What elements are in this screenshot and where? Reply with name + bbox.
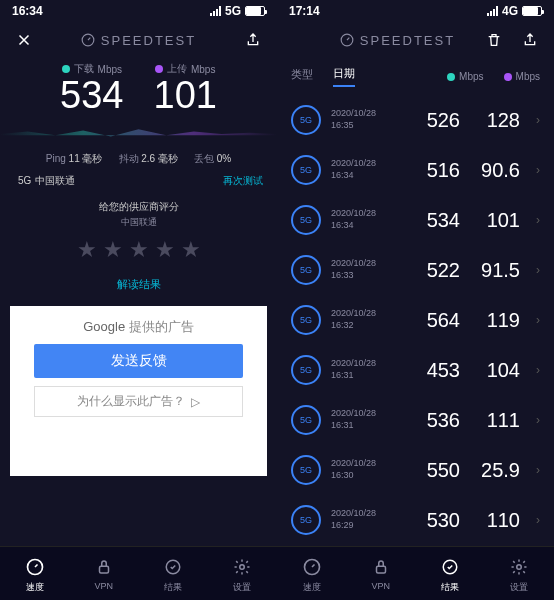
upload-col-header: Mbps <box>504 71 540 82</box>
history-upload: 110 <box>470 509 520 532</box>
network-badge: 5G <box>291 255 321 285</box>
ad-container: Google 提供的广告 发送反馈 为什么显示此广告？▷ <box>10 306 267 476</box>
gauge-icon <box>340 33 354 47</box>
download-unit: Mbps <box>98 64 122 75</box>
gear-icon <box>509 557 529 577</box>
loss-value: 0% <box>217 153 231 164</box>
nav-vpn[interactable]: VPN <box>94 557 114 594</box>
signal-icon <box>487 6 498 16</box>
nav-speed[interactable]: 速度 <box>302 557 322 594</box>
network-badge: 5G <box>291 105 321 135</box>
nav-vpn[interactable]: VPN <box>371 557 391 594</box>
status-right: 4G <box>487 4 542 18</box>
star-icon[interactable]: ★ <box>103 237 123 263</box>
download-col-header: Mbps <box>447 71 483 82</box>
star-icon[interactable]: ★ <box>129 237 149 263</box>
nav-results[interactable]: 结果 <box>163 557 183 594</box>
history-row[interactable]: 5G2020/10/2816:29530110› <box>283 495 548 545</box>
history-upload: 101 <box>470 209 520 232</box>
star-icon[interactable]: ★ <box>181 237 201 263</box>
tab-type[interactable]: 类型 <box>291 67 313 86</box>
retest-link[interactable]: 再次测试 <box>223 174 263 188</box>
close-button[interactable] <box>14 30 34 50</box>
nav-settings[interactable]: 设置 <box>232 557 252 594</box>
history-date: 2020/10/2816:33 <box>331 258 400 281</box>
nav-settings[interactable]: 设置 <box>509 557 529 594</box>
history-row[interactable]: 5G2020/10/2816:3451690.6› <box>283 145 548 195</box>
play-icon: ▷ <box>191 395 200 409</box>
tab-date[interactable]: 日期 <box>333 66 355 87</box>
history-download: 536 <box>410 409 460 432</box>
nav-results[interactable]: 结果 <box>440 557 460 594</box>
gauge-icon <box>302 557 322 577</box>
results-icon <box>163 557 183 577</box>
ad-feedback-button[interactable]: 发送反馈 <box>34 344 244 378</box>
network-badge: 5G <box>291 355 321 385</box>
history-row[interactable]: 5G2020/10/2816:3055025.9› <box>283 445 548 495</box>
history-date: 2020/10/2816:29 <box>331 508 400 531</box>
star-icon[interactable]: ★ <box>77 237 97 263</box>
brand-label: SPEEDTEST <box>340 33 455 48</box>
nav-settings-label: 设置 <box>233 581 251 594</box>
history-row[interactable]: 5G2020/10/2816:3352291.5› <box>283 245 548 295</box>
history-date: 2020/10/2816:32 <box>331 308 400 331</box>
star-icon[interactable]: ★ <box>155 237 175 263</box>
status-right: 5G <box>210 4 265 18</box>
network-type: 5G <box>225 4 241 18</box>
history-list[interactable]: 5G2020/10/2816:35526128›5G2020/10/2816:3… <box>277 95 554 600</box>
history-upload: 128 <box>470 109 520 132</box>
nav-vpn-label: VPN <box>372 581 391 591</box>
chevron-right-icon: › <box>536 263 540 277</box>
provider-row: 5G中国联通 再次测试 <box>0 168 277 194</box>
battery-icon <box>522 6 542 16</box>
svg-rect-1 <box>99 566 108 573</box>
nav-results-label: 结果 <box>164 581 182 594</box>
history-upload: 104 <box>470 359 520 382</box>
ad-why-text: 为什么显示此广告？ <box>77 393 185 410</box>
history-row[interactable]: 5G2020/10/2816:35526128› <box>283 95 548 145</box>
history-download: 550 <box>410 459 460 482</box>
star-rating[interactable]: ★ ★ ★ ★ ★ <box>0 237 277 263</box>
history-download: 526 <box>410 109 460 132</box>
svg-point-3 <box>240 565 245 570</box>
history-row[interactable]: 5G2020/10/2816:34534101› <box>283 195 548 245</box>
network-badge: 5G <box>291 455 321 485</box>
right-phone: 17:14 4G SPEEDTEST 类型 日期 Mbps Mbps 5G202… <box>277 0 554 600</box>
metrics-row: Ping 11 毫秒 抖动 2.6 毫秒 丢包 0% <box>0 150 277 168</box>
ad-google-text: Google <box>83 319 125 334</box>
brand-text: SPEEDTEST <box>101 33 196 48</box>
history-upload: 119 <box>470 309 520 332</box>
lock-icon <box>371 557 391 577</box>
svg-point-7 <box>517 565 522 570</box>
upload-dot-icon <box>155 65 163 73</box>
history-row[interactable]: 5G2020/10/2816:31453104› <box>283 345 548 395</box>
status-time: 16:34 <box>12 4 43 18</box>
history-date: 2020/10/2816:30 <box>331 458 400 481</box>
interpret-link[interactable]: 解读结果 <box>0 269 277 300</box>
ad-why-button[interactable]: 为什么显示此广告？▷ <box>34 386 244 417</box>
brand-text: SPEEDTEST <box>360 33 455 48</box>
chevron-right-icon: › <box>536 363 540 377</box>
download-dot-icon <box>62 65 70 73</box>
history-upload: 25.9 <box>470 459 520 482</box>
ping-label: Ping <box>46 153 66 164</box>
share-button[interactable] <box>520 30 540 50</box>
chevron-right-icon: › <box>536 113 540 127</box>
jitter-value: 2.6 毫秒 <box>141 153 178 164</box>
history-download: 453 <box>410 359 460 382</box>
history-upload: 91.5 <box>470 259 520 282</box>
chevron-right-icon: › <box>536 163 540 177</box>
delete-button[interactable] <box>484 30 504 50</box>
ad-suffix-text: 提供的广告 <box>129 319 194 334</box>
battery-icon <box>245 6 265 16</box>
jitter-label: 抖动 <box>119 153 139 164</box>
history-row[interactable]: 5G2020/10/2816:32564119› <box>283 295 548 345</box>
history-row[interactable]: 5G2020/10/2816:31536111› <box>283 395 548 445</box>
status-time: 17:14 <box>289 4 320 18</box>
trash-icon <box>486 32 502 48</box>
share-button[interactable] <box>243 30 263 50</box>
nav-speed[interactable]: 速度 <box>25 557 45 594</box>
chevron-right-icon: › <box>536 213 540 227</box>
network-badge: 5G <box>291 205 321 235</box>
history-date: 2020/10/2816:31 <box>331 358 400 381</box>
